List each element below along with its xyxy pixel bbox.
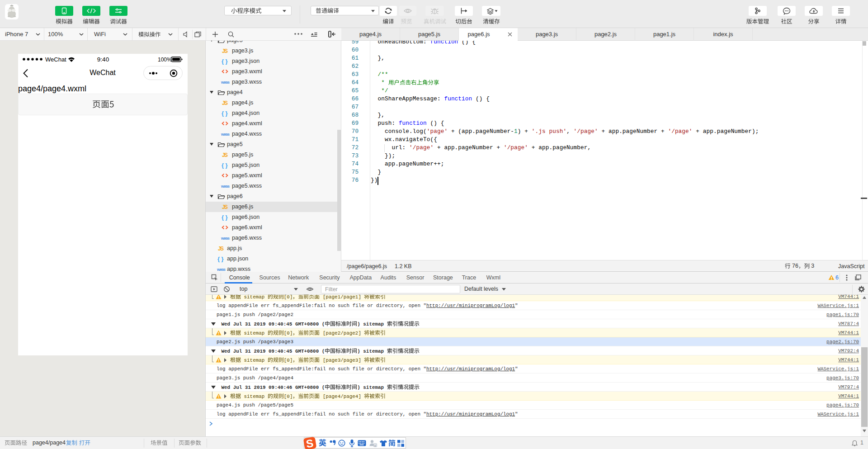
svg-text:{: { [217, 255, 220, 262]
svg-text:JS: JS [218, 246, 224, 252]
svg-text:100%: 100% [158, 57, 172, 63]
svg-text:}: } [226, 110, 228, 117]
svg-text:wxss: wxss [221, 236, 230, 241]
svg-text:}: } [226, 214, 228, 221]
svg-text:{: { [222, 214, 224, 221]
svg-text:wxss: wxss [221, 184, 230, 189]
svg-text:JS: JS [222, 48, 228, 54]
svg-text:}: } [226, 162, 228, 169]
svg-text:{: { [222, 162, 224, 169]
svg-text:{: { [222, 110, 224, 117]
svg-text:wxss: wxss [217, 267, 226, 272]
svg-text:wxss: wxss [221, 80, 230, 85]
svg-text:JS: JS [222, 100, 228, 106]
svg-text:wxss: wxss [221, 132, 230, 137]
svg-text:JS: JS [222, 152, 228, 158]
svg-text:JS: JS [222, 204, 228, 210]
svg-text:g: g [374, 444, 376, 447]
svg-text:{: { [222, 58, 224, 65]
svg-text:WeChat: WeChat [45, 56, 66, 63]
svg-text:}: } [222, 255, 224, 262]
svg-text:}: } [226, 58, 228, 65]
